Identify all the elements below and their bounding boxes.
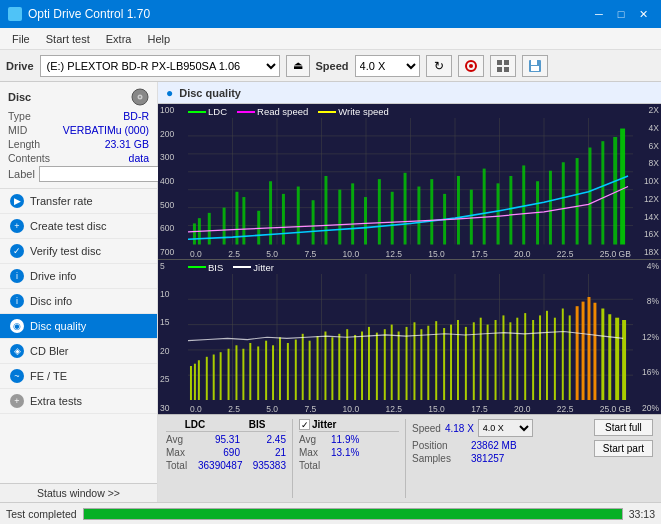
jitter-legend-color bbox=[233, 266, 251, 268]
chart-top-x-axis: 0.0 2.5 5.0 7.5 10.0 12.5 15.0 17.5 20.0… bbox=[188, 249, 633, 259]
svg-rect-107 bbox=[420, 329, 422, 400]
sidebar-item-disc-info[interactable]: i Disc info bbox=[0, 289, 157, 314]
verify-test-disc-icon: ✓ bbox=[10, 244, 24, 258]
minimize-button[interactable]: ─ bbox=[589, 5, 609, 23]
sidebar-item-drive-info[interactable]: i Drive info bbox=[0, 264, 157, 289]
chart-bottom: BIS Jitter 30 25 20 15 10 5 bbox=[158, 260, 661, 415]
menu-extra[interactable]: Extra bbox=[98, 31, 140, 47]
fe-te-icon: ~ bbox=[10, 369, 24, 383]
menu-start-test[interactable]: Start test bbox=[38, 31, 98, 47]
bis-total: 935383 bbox=[247, 460, 287, 471]
jitter-avg: 11.9% bbox=[331, 434, 399, 445]
sidebar-item-extra-tests[interactable]: + Extra tests bbox=[0, 389, 157, 414]
sidebar-item-disc-quality[interactable]: ◉ Disc quality bbox=[0, 314, 157, 339]
transfer-rate-icon: ▶ bbox=[10, 194, 24, 208]
sidebar-item-fe-te[interactable]: ~ FE / TE bbox=[0, 364, 157, 389]
ldc-avg: 95.31 bbox=[198, 434, 240, 445]
svg-rect-57 bbox=[576, 158, 579, 244]
mid-label: MID bbox=[8, 124, 27, 136]
svg-rect-94 bbox=[324, 331, 326, 400]
svg-rect-33 bbox=[257, 211, 260, 245]
svg-rect-85 bbox=[257, 346, 259, 400]
content-header: ● Disc quality bbox=[158, 82, 661, 104]
sidebar-item-transfer-rate[interactable]: ▶ Transfer rate bbox=[0, 189, 157, 214]
svg-rect-80 bbox=[220, 352, 222, 400]
transfer-rate-label: Transfer rate bbox=[30, 195, 93, 207]
svg-rect-77 bbox=[198, 360, 200, 400]
start-full-button[interactable]: Start full bbox=[594, 419, 653, 436]
svg-rect-131 bbox=[593, 302, 596, 400]
contents-value: data bbox=[129, 152, 149, 164]
label-label: Label bbox=[8, 168, 35, 180]
menu-help[interactable]: Help bbox=[139, 31, 178, 47]
svg-rect-132 bbox=[601, 308, 604, 400]
svg-rect-51 bbox=[497, 183, 500, 244]
progress-bar-fill bbox=[84, 509, 622, 519]
bis-avg: 2.45 bbox=[244, 434, 286, 445]
svg-rect-83 bbox=[242, 348, 244, 400]
svg-rect-55 bbox=[549, 171, 552, 245]
svg-rect-106 bbox=[413, 322, 415, 400]
svg-rect-113 bbox=[465, 326, 467, 400]
settings-button[interactable] bbox=[490, 55, 516, 77]
speed-select[interactable]: 4.0 X bbox=[355, 55, 420, 77]
svg-rect-84 bbox=[249, 343, 251, 401]
ldc-legend-label: LDC bbox=[208, 106, 227, 117]
create-test-disc-icon: + bbox=[10, 219, 24, 233]
chart-top-canvas bbox=[188, 118, 633, 245]
svg-rect-97 bbox=[346, 329, 348, 400]
disc-icon bbox=[131, 88, 149, 106]
position-val: 23862 MB bbox=[471, 440, 517, 451]
burn-button[interactable] bbox=[458, 55, 484, 77]
svg-rect-120 bbox=[516, 317, 518, 400]
svg-rect-87 bbox=[272, 345, 274, 400]
samples-val: 381257 bbox=[471, 453, 504, 464]
status-window-button[interactable]: Status window >> bbox=[0, 483, 157, 502]
maximize-button[interactable]: □ bbox=[611, 5, 631, 23]
sidebar-item-verify-test-disc[interactable]: ✓ Verify test disc bbox=[0, 239, 157, 264]
type-value: BD-R bbox=[123, 110, 149, 122]
svg-rect-53 bbox=[522, 165, 525, 244]
save-button[interactable] bbox=[522, 55, 548, 77]
svg-rect-79 bbox=[213, 354, 215, 400]
svg-rect-50 bbox=[483, 169, 486, 245]
stats-bar: LDC BIS Avg 95.31 2.45 Max 690 21 Total … bbox=[158, 414, 661, 502]
menu-file[interactable]: File bbox=[4, 31, 38, 47]
title-bar: Opti Drive Control 1.70 ─ □ ✕ bbox=[0, 0, 661, 28]
jitter-avg-label: Avg bbox=[299, 434, 327, 445]
sidebar: Disc Type BD-R MID VERBATIMu (000) Lengt… bbox=[0, 82, 158, 502]
extra-tests-label: Extra tests bbox=[30, 395, 82, 407]
svg-rect-123 bbox=[539, 315, 541, 400]
ldc-total: 36390487 bbox=[198, 460, 243, 471]
chart-top-y-right: 18X 16X 14X 12X 10X 8X 6X 4X 2X bbox=[633, 104, 661, 259]
svg-rect-44 bbox=[404, 173, 407, 245]
svg-rect-130 bbox=[588, 297, 591, 401]
speed-stat-val: 4.18 X bbox=[445, 423, 474, 434]
sidebar-item-create-test-disc[interactable]: + Create test disc bbox=[0, 214, 157, 239]
eject-button[interactable]: ⏏ bbox=[286, 55, 310, 77]
svg-rect-92 bbox=[309, 340, 311, 400]
label-input[interactable] bbox=[39, 166, 172, 182]
refresh-button[interactable]: ↻ bbox=[426, 55, 452, 77]
sidebar-item-cd-bler[interactable]: ◈ CD Bler bbox=[0, 339, 157, 364]
svg-rect-105 bbox=[406, 326, 408, 400]
svg-rect-98 bbox=[354, 334, 356, 400]
drive-select[interactable]: (E:) PLEXTOR BD-R PX-LB950SA 1.06 bbox=[40, 55, 280, 77]
chart-top: LDC Read speed Write speed 700 600 50 bbox=[158, 104, 661, 260]
jitter-total bbox=[331, 460, 399, 471]
disc-title: Disc bbox=[8, 91, 31, 103]
length-value: 23.31 GB bbox=[105, 138, 149, 150]
bis-max: 21 bbox=[244, 447, 286, 458]
close-button[interactable]: ✕ bbox=[633, 5, 653, 23]
svg-rect-39 bbox=[338, 190, 341, 245]
svg-rect-4 bbox=[497, 67, 502, 72]
start-part-button[interactable]: Start part bbox=[594, 440, 653, 457]
jitter-checkbox[interactable]: ✓ bbox=[299, 419, 310, 430]
samples-label: Samples bbox=[412, 453, 467, 464]
svg-rect-5 bbox=[504, 67, 509, 72]
speed-stat-select[interactable]: 4.0 X bbox=[478, 419, 533, 437]
svg-point-11 bbox=[139, 96, 141, 98]
svg-rect-76 bbox=[194, 363, 196, 400]
chart-top-legend: LDC Read speed Write speed bbox=[188, 106, 389, 117]
svg-rect-134 bbox=[615, 317, 619, 400]
